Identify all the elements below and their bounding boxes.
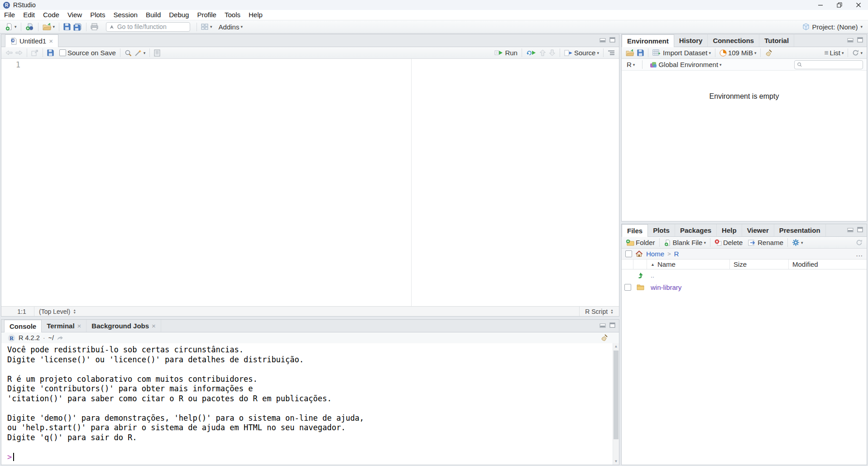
language-selector[interactable]: R ▾	[625, 60, 636, 69]
save-button[interactable]	[62, 22, 72, 31]
tab-environment[interactable]: Environment	[622, 34, 674, 47]
tab-close-icon[interactable]: ×	[49, 37, 53, 45]
maximize-pane-icon[interactable]	[609, 37, 615, 43]
scroll-down-icon[interactable]: ▼	[613, 458, 619, 465]
home-icon[interactable]	[635, 250, 643, 257]
new-project-button[interactable]	[24, 22, 35, 32]
tab-help[interactable]: Help	[717, 224, 742, 236]
menu-view[interactable]: View	[63, 10, 86, 20]
column-header-name[interactable]: ▲ Name	[647, 259, 730, 269]
minimize-pane-icon[interactable]	[847, 38, 854, 43]
cursor-position[interactable]: 1:1	[10, 308, 34, 315]
load-workspace-button[interactable]	[624, 48, 636, 57]
new-blank-file-button[interactable]: Blank File ▾	[662, 238, 707, 247]
select-all-checkbox[interactable]	[625, 250, 632, 257]
clear-console-button[interactable]	[600, 334, 613, 341]
import-dataset-button[interactable]: Import Dataset ▾	[651, 48, 712, 58]
working-directory-link[interactable]: ~/	[48, 334, 54, 341]
scroll-up-icon[interactable]: ▲	[613, 343, 619, 350]
win-library-folder-link[interactable]: win-library	[651, 283, 681, 291]
memory-usage-button[interactable]: 109 MiB ▾	[718, 48, 758, 58]
up-directory-icon[interactable]	[633, 272, 647, 279]
pane-layout-button[interactable]: ▾	[200, 23, 214, 31]
maximize-pane-icon[interactable]	[609, 322, 615, 328]
menu-file[interactable]: File	[0, 10, 19, 20]
background-jobs-tab-close-icon[interactable]: ×	[152, 322, 156, 330]
tab-untitled1[interactable]: R Untitled1 ×	[5, 34, 58, 47]
open-in-new-window-button[interactable]	[30, 49, 40, 57]
column-header-size[interactable]: Size	[730, 259, 789, 269]
file-type-selector[interactable]: R Script ▲▼	[580, 308, 619, 315]
row-checkbox[interactable]	[622, 284, 633, 291]
go-next-section-button[interactable]	[547, 48, 557, 57]
tab-packages[interactable]: Packages	[675, 224, 717, 236]
refresh-environment-button[interactable]: ▾	[851, 48, 864, 57]
back-button[interactable]	[4, 49, 14, 57]
save-all-button[interactable]	[72, 22, 83, 32]
compile-report-button[interactable]	[153, 48, 162, 58]
menu-debug[interactable]: Debug	[165, 10, 193, 20]
menu-edit[interactable]: Edit	[19, 10, 39, 20]
breadcrumb-more-button[interactable]: ...	[856, 250, 863, 258]
refresh-files-button[interactable]	[854, 238, 864, 247]
menu-plots[interactable]: Plots	[86, 10, 109, 20]
minimize-pane-icon[interactable]	[599, 38, 606, 43]
menu-profile[interactable]: Profile	[193, 10, 221, 20]
tab-history[interactable]: History	[674, 34, 708, 47]
tab-connections[interactable]: Connections	[708, 34, 759, 47]
minimize-button[interactable]	[811, 0, 830, 10]
go-previous-section-button[interactable]	[538, 48, 547, 57]
rename-file-button[interactable]: Rename	[747, 238, 785, 247]
save-workspace-button[interactable]	[636, 48, 645, 57]
rerun-button[interactable]	[525, 49, 538, 57]
project-menu-button[interactable]: Project: (None) ▾	[802, 23, 864, 31]
goto-file-input[interactable]	[117, 23, 187, 30]
minimize-pane-icon[interactable]	[847, 227, 854, 232]
tab-terminal[interactable]: Terminal ×	[42, 320, 86, 332]
save-source-button[interactable]	[46, 48, 55, 57]
table-row[interactable]: ..	[622, 269, 867, 281]
clear-environment-button[interactable]	[763, 48, 774, 58]
addins-button[interactable]: Addins ▾	[217, 22, 244, 32]
breadcrumb-r-link[interactable]: R	[674, 250, 679, 258]
table-row[interactable]: win-library	[622, 281, 867, 293]
tab-viewer[interactable]: Viewer	[742, 224, 774, 236]
console-scrollbar[interactable]: ▲ ▼	[613, 343, 619, 465]
open-in-window-icon[interactable]	[57, 335, 63, 341]
console-output[interactable]: Você pode redistribuí-lo sob certas circ…	[1, 343, 619, 465]
forward-button[interactable]	[14, 49, 24, 57]
more-file-commands-button[interactable]: ▾	[791, 238, 805, 247]
scope-selector[interactable]: (Top Level) ▲▼	[34, 308, 81, 315]
scrollbar-thumb[interactable]	[614, 351, 619, 439]
tab-tutorial[interactable]: Tutorial	[759, 34, 794, 47]
breadcrumb-home-link[interactable]: Home	[646, 250, 664, 258]
tab-files[interactable]: Files	[622, 224, 648, 237]
delete-file-button[interactable]: Delete	[713, 238, 744, 247]
maximize-pane-icon[interactable]	[857, 37, 863, 43]
maximize-pane-icon[interactable]	[857, 227, 863, 232]
scope-environment-selector[interactable]: Global Environment ▾	[648, 60, 723, 69]
tab-plots[interactable]: Plots	[648, 224, 675, 236]
menu-tools[interactable]: Tools	[221, 10, 245, 20]
close-button[interactable]	[849, 0, 868, 10]
open-file-button[interactable]: ▾	[41, 22, 57, 31]
tab-presentation[interactable]: Presentation	[774, 224, 826, 236]
menu-code[interactable]: Code	[39, 10, 63, 20]
new-folder-button[interactable]: Folder	[624, 238, 657, 247]
console-prompt[interactable]: >	[7, 452, 610, 462]
minimize-pane-icon[interactable]	[599, 323, 606, 328]
terminal-tab-close-icon[interactable]: ×	[77, 322, 82, 330]
source-on-save-checkbox[interactable]: Source on Save	[58, 48, 117, 58]
run-button[interactable]: Run	[493, 48, 519, 58]
restore-button[interactable]	[830, 0, 849, 10]
column-header-modified[interactable]: Modified	[789, 259, 867, 269]
document-outline-button[interactable]	[606, 49, 616, 57]
menu-help[interactable]: Help	[245, 10, 267, 20]
menu-session[interactable]: Session	[110, 10, 142, 20]
code-editor[interactable]: 1	[1, 59, 619, 306]
print-button[interactable]	[89, 22, 100, 31]
find-replace-button[interactable]	[123, 48, 133, 58]
source-button[interactable]: Source ▾	[563, 48, 600, 58]
list-view-button[interactable]: ≡ List ▾	[823, 48, 845, 58]
tab-console[interactable]: Console	[4, 320, 42, 332]
